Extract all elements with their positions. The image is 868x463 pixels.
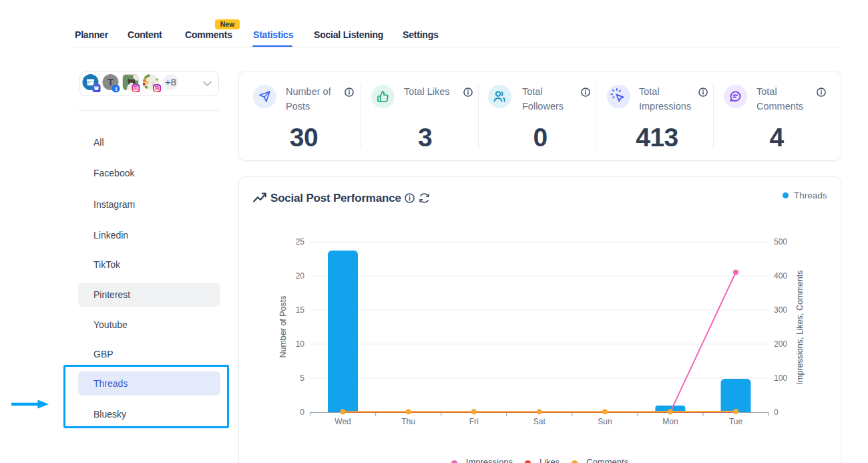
svg-text:Sun: Sun (598, 417, 612, 426)
svg-text:20: 20 (296, 271, 305, 281)
svg-text:500: 500 (774, 237, 787, 247)
svg-text:15: 15 (296, 305, 305, 315)
svg-text:Sat: Sat (533, 417, 546, 426)
svg-text:5: 5 (300, 373, 304, 383)
svg-text:f: f (115, 86, 117, 92)
svg-text:25: 25 (296, 237, 305, 247)
svg-text:Mon: Mon (662, 417, 678, 426)
svg-text:200: 200 (774, 339, 787, 349)
svg-text:0: 0 (774, 408, 779, 417)
svg-text:Impressions, Likes, Comments: Impressions, Likes, Comments (795, 271, 805, 385)
svg-text:Number of Posts: Number of Posts (278, 295, 288, 357)
svg-text:T: T (107, 76, 114, 88)
svg-text:100: 100 (774, 373, 787, 383)
svg-text:Fri: Fri (469, 417, 479, 426)
svg-text:+8: +8 (165, 77, 176, 88)
svg-text:0: 0 (300, 408, 304, 417)
svg-text:300: 300 (774, 305, 787, 315)
svg-text:400: 400 (774, 271, 787, 281)
svg-text:Wed: Wed (335, 417, 351, 426)
svg-text:Thu: Thu (401, 417, 415, 426)
svg-text:10: 10 (296, 339, 305, 349)
svg-text:Tue: Tue (729, 417, 743, 426)
